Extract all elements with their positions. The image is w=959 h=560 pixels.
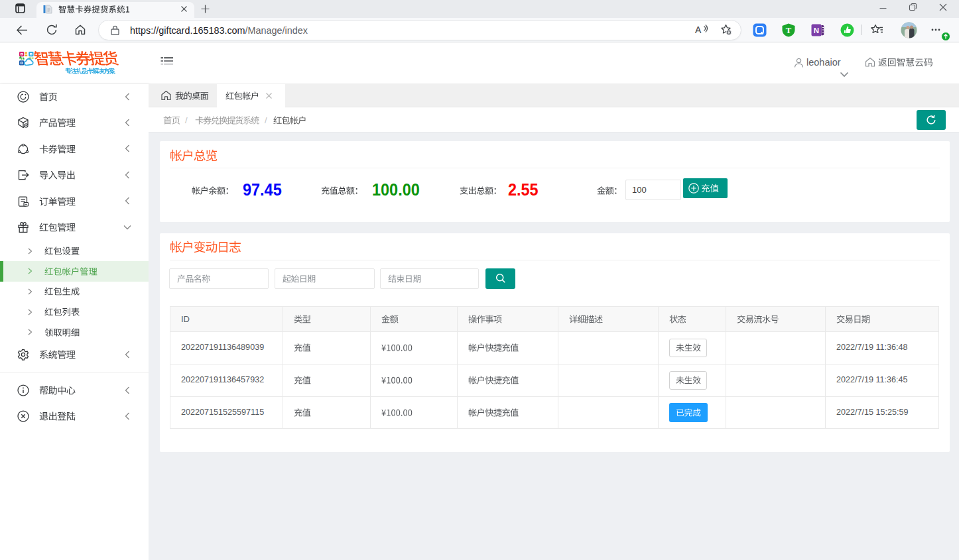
svg-text:A: A [695,25,702,35]
svg-text:N: N [814,27,819,34]
svg-text:T: T [786,26,792,35]
